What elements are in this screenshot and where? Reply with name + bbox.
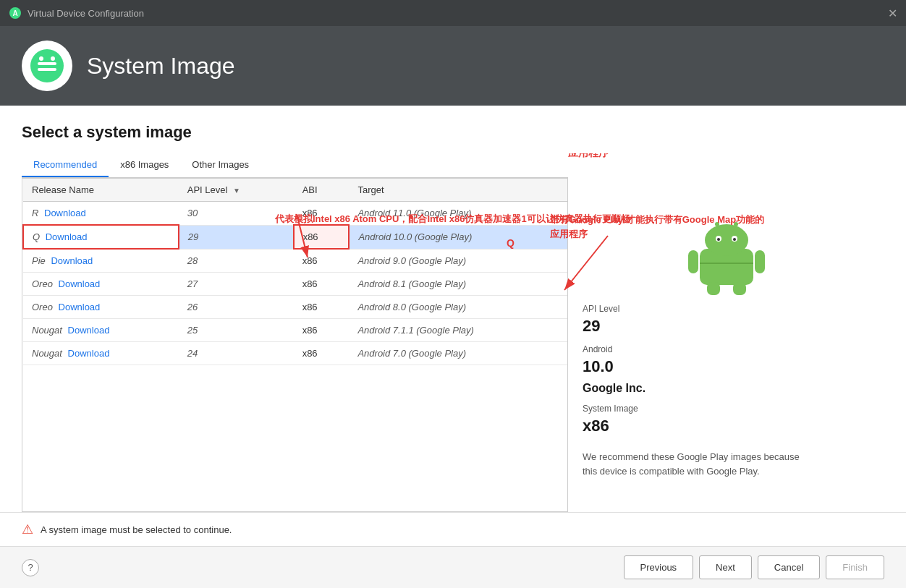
col-release-name: Release Name [23,179,179,202]
cell-abi: x86 [294,296,350,319]
cell-target: Android 9.0 (Google Play) [349,249,567,273]
finish-button[interactable]: Finish [826,555,884,579]
table-row[interactable]: R Download30x86Android 11.0 (Google Play… [23,202,567,226]
col-api-level[interactable]: API Level ▼ [179,179,294,202]
status-message: A system image must be selected to conti… [41,524,232,535]
row-prefix: Nougat [32,325,65,336]
vendor-name: Google Inc. [583,382,870,395]
svg-point-12 [733,238,736,241]
app-icon: A [9,7,22,20]
tabs: Recommended x86 Images Other Images [22,153,568,178]
android-robot [687,218,766,298]
section-title: Select a system image [22,123,884,142]
table-row[interactable]: Q Download29x86Android 10.0 (Google Play… [23,225,567,249]
svg-point-11 [717,238,720,241]
row-prefix: Pie [32,255,48,266]
title-bar: A Virtual Device Configuration ✕ [0,0,906,26]
cell-target: Android 7.0 (Google Play) [349,342,567,365]
svg-point-2 [30,49,64,82]
col-target: Target [349,179,567,202]
tab-x86-images[interactable]: x86 Images [109,153,180,177]
main-content: Select a system image Recommended x86 Im… [0,106,906,512]
detail-panel: API Level 29 Android 10.0 Google Inc. Sy… [583,298,870,478]
next-button[interactable]: Next [699,555,752,579]
tab-recommended[interactable]: Recommended [22,153,109,177]
annotation-google-play: 带有Google Play 才能执行带有Google Map功能的应用程序 [568,153,799,160]
svg-point-5 [39,56,43,61]
cell-api-level: 27 [179,273,294,296]
cell-release-name: Oreo Download [23,273,179,296]
previous-button[interactable]: Previous [624,555,694,579]
download-link[interactable]: Download [68,348,110,359]
header-title: System Image [87,53,235,80]
cell-api-level: 29 [179,225,294,249]
download-link[interactable]: Download [46,231,88,242]
cell-abi: x86 [294,273,350,296]
cell-abi: x86 [294,342,350,365]
download-link[interactable]: Download [59,278,101,289]
table-row[interactable]: Oreo Download27x86Android 8.1 (Google Pl… [23,273,567,296]
cell-target: Android 11.0 (Google Play) [349,202,567,226]
status-bar: ⚠ A system image must be selected to con… [0,512,906,546]
detail-description: We recommend these Google Play images be… [583,450,870,478]
tab-other-images[interactable]: Other Images [180,153,261,177]
svg-point-15 [715,222,719,226]
cell-release-name: Q Download [23,225,179,249]
col-abi: ABI [294,179,350,202]
cell-abi: x86 [294,249,350,273]
cancel-button[interactable]: Cancel [758,555,820,579]
system-image-table: Release Name API Level ▼ ABI Target R Do… [22,178,568,512]
api-level-value: 29 [583,317,870,336]
cell-target: Android 10.0 (Google Play) [349,225,567,249]
row-prefix: R [32,208,41,218]
svg-point-16 [734,222,738,226]
android-version: 10.0 [583,357,870,376]
cell-release-name: R Download [23,202,179,226]
cell-api-level: 26 [179,296,294,319]
download-link[interactable]: Download [51,255,93,266]
cell-api-level: 24 [179,342,294,365]
cell-api-level: 28 [179,249,294,273]
cell-release-name: Oreo Download [23,296,179,319]
cell-target: Android 8.1 (Google Play) [349,273,567,296]
row-prefix: Q [33,231,43,242]
svg-rect-17 [688,250,698,273]
svg-text:A: A [12,9,17,17]
svg-point-8 [705,224,748,256]
cell-target: Android 8.0 (Google Play) [349,296,567,319]
cell-release-name: Pie Download [23,249,179,273]
system-image-label: System Image [583,404,870,414]
left-panel: Recommended x86 Images Other Images Rele… [22,153,568,512]
cell-target: Android 7.1.1 (Google Play) [349,319,567,342]
cell-abi: x86 [294,319,350,342]
table-row[interactable]: Pie Download28x86Android 9.0 (Google Pla… [23,249,567,273]
close-icon[interactable]: ✕ [888,7,897,20]
download-link[interactable]: Download [59,302,101,312]
svg-rect-19 [707,282,720,295]
svg-rect-4 [38,68,56,71]
table-row[interactable]: Nougat Download25x86Android 7.1.1 (Googl… [23,319,567,342]
status-warning-icon: ⚠ [22,521,33,537]
api-level-label: API Level [583,304,870,314]
header-logo [22,41,72,91]
right-panel: 带有Google Play 才能执行带有Google Map功能的应用程序 [568,153,884,512]
system-image-value: x86 [583,417,870,435]
cell-release-name: Nougat Download [23,319,179,342]
svg-rect-18 [755,250,765,273]
download-link[interactable]: Download [44,208,86,218]
cell-abi: x86 [294,225,350,249]
table-row[interactable]: Oreo Download26x86Android 8.0 (Google Pl… [23,296,567,319]
svg-point-6 [51,56,55,61]
android-studio-logo [29,48,65,84]
footer: ? Previous Next Cancel Finish [0,546,906,588]
svg-rect-3 [38,62,56,65]
content-area: Recommended x86 Images Other Images Rele… [22,153,884,512]
download-link[interactable]: Download [68,325,110,336]
table-row[interactable]: Nougat Download24x86Android 7.0 (Google … [23,342,567,365]
cell-release-name: Nougat Download [23,342,179,365]
row-prefix: Oreo [32,278,56,289]
sort-arrow: ▼ [233,187,240,195]
cell-api-level: 30 [179,202,294,226]
help-button[interactable]: ? [22,559,39,576]
row-prefix: Nougat [32,348,65,359]
